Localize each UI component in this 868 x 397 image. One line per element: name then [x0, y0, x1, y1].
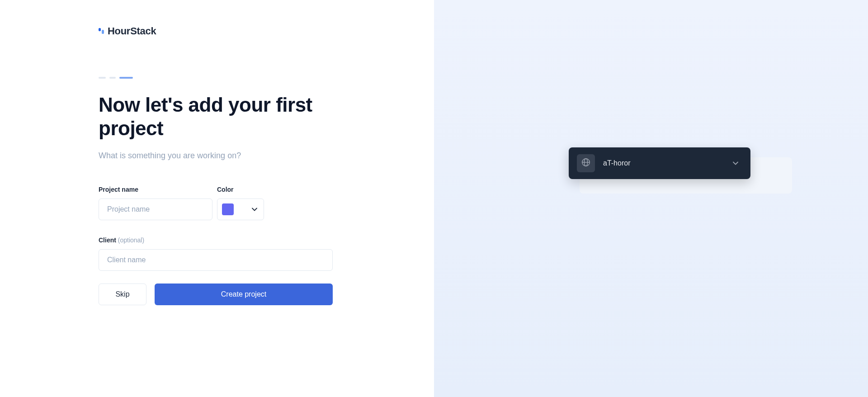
chevron-down-icon	[252, 207, 257, 212]
project-name-group: Project name	[99, 186, 212, 220]
page-heading: Now let's add your first project	[99, 93, 334, 140]
client-group: Client (optional)	[99, 236, 334, 271]
page-subheading: What is something you are working on?	[99, 151, 334, 161]
form-row-project-color: Project name Color	[99, 186, 334, 220]
progress-step-3	[119, 77, 133, 79]
logo-text: HourStack	[108, 25, 156, 37]
color-label: Color	[217, 186, 264, 193]
skip-button[interactable]: Skip	[99, 284, 146, 305]
button-row: Skip Create project	[99, 284, 334, 305]
preview-title: aT-horor	[603, 159, 731, 167]
project-name-input[interactable]	[99, 198, 212, 220]
right-panel: aT-horor	[434, 0, 868, 397]
svg-rect-0	[99, 28, 101, 31]
preview-icon-box	[577, 154, 595, 172]
svg-rect-1	[102, 30, 104, 34]
color-picker[interactable]	[217, 198, 264, 220]
logo-icon	[99, 27, 105, 35]
project-name-label: Project name	[99, 186, 212, 193]
color-group: Color	[217, 186, 264, 220]
client-name-input[interactable]	[99, 249, 333, 271]
client-label: Client (optional)	[99, 236, 334, 244]
client-optional-text: (optional)	[118, 236, 144, 244]
preview-card: aT-horor	[569, 147, 750, 179]
chevron-down-icon	[731, 159, 740, 167]
content-wrapper: HourStack Now let's add your first proje…	[99, 25, 334, 305]
progress-step-2	[109, 77, 116, 79]
left-panel: HourStack Now let's add your first proje…	[0, 0, 434, 397]
globe-icon	[581, 157, 591, 169]
progress-step-1	[99, 77, 106, 79]
color-swatch	[222, 203, 234, 215]
create-project-button[interactable]: Create project	[155, 284, 333, 305]
logo: HourStack	[99, 25, 334, 37]
progress-indicator	[99, 77, 334, 79]
client-label-text: Client	[99, 236, 116, 244]
